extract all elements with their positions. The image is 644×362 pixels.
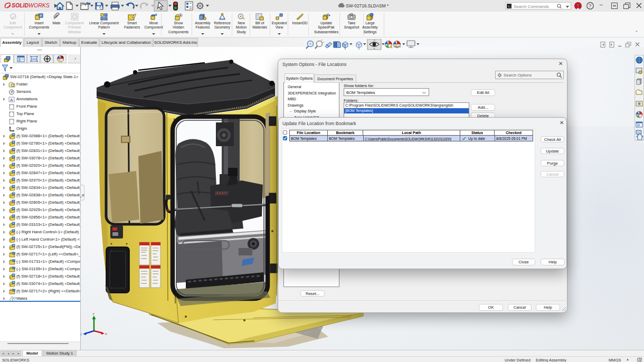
svg-text:X: X [105, 332, 107, 336]
svg-text:Y: Y [92, 312, 94, 316]
svg-text:SOLIDWORKS: SOLIDWORKS [12, 2, 50, 8]
svg-text:?: ? [589, 3, 591, 8]
svg-text:A: A [10, 98, 13, 102]
